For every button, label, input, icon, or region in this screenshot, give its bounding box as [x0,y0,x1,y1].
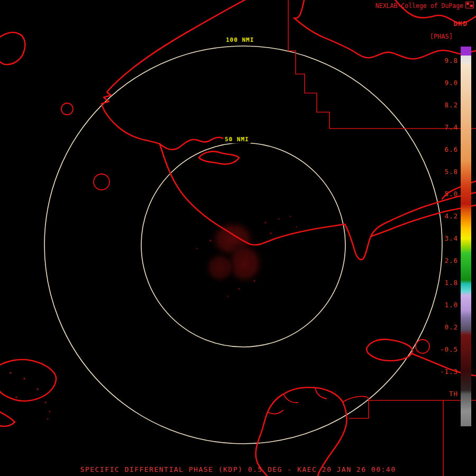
colorbar-tick: 2.6 [434,257,458,265]
colorbar-tick: -1.3 [434,368,458,376]
radar-echoes [196,215,298,297]
colorbar-tick: TH [434,390,458,398]
colorbar-tick: 8.2 [434,101,458,109]
colorbar-gradient [461,47,471,426]
radar-display: 100 NMI 50 NMI NEXLAB-College of DuPage … [0,0,476,476]
colorbar-tick: 5.0 [434,190,458,198]
colorbar-tick: 0.2 [434,323,458,332]
colorbar-tick: 7.4 [434,123,458,132]
ring-label-100nmi: 100 NMI [224,36,255,44]
colorbar-tick: 3.4 [434,234,458,243]
radar-map-canvas [0,0,476,476]
colorbar-tick: 6.6 [434,145,458,154]
colorbar-tick: 4.2 [434,212,458,221]
product-caption: SPECIFIC DIFFERENTIAL PHASE (KDP) 0.5 DE… [0,465,476,473]
colorbar-tick: -0.5 [434,345,458,354]
colorbar-tick: 5.8 [434,168,458,176]
colorbar-tick: 1.8 [434,279,458,287]
colorbar-tick: 9.8 [434,57,458,65]
brand-icon [465,2,474,8]
colorbar-tick: 1.0 [434,301,458,309]
colorbar-tick: 9.0 [434,79,458,87]
ring-label-50nmi: 50 NMI [223,135,251,143]
colorbar-ticks: 9.89.08.27.46.65.85.04.23.42.61.81.00.2-… [434,0,458,476]
map-outlines [0,0,476,476]
